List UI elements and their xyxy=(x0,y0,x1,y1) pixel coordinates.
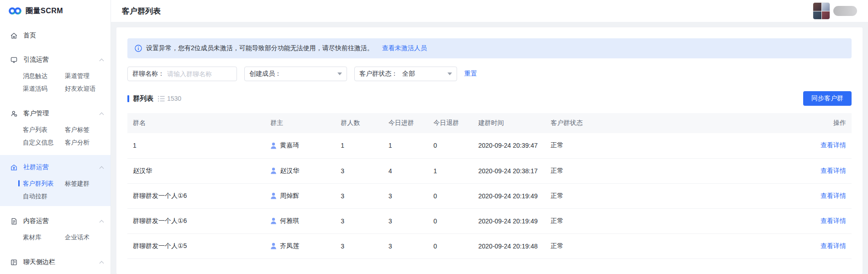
sidebar-item-group-list[interactable]: 客户群列表 xyxy=(23,180,65,188)
group-table: 群名 群主 群人数 今日进群 今日退群 建群时间 客户群状态 操作 1 xyxy=(127,113,852,259)
sidebar-item-material-library[interactable]: 素材库 xyxy=(23,233,65,242)
chevron-up-icon xyxy=(100,58,104,63)
list-title: 群列表 xyxy=(133,94,153,103)
cell-group-name: 群聊群发一个人①6 xyxy=(127,208,265,233)
cell-left-today: 1 xyxy=(428,158,473,183)
table-row: 群聊群发一个人①5 齐凤莲 3 3 0 2020-09-24 20: xyxy=(127,233,852,258)
sidebar-item-channel-manage[interactable]: 渠道管理 xyxy=(65,72,107,80)
user-avatar[interactable] xyxy=(813,3,830,19)
cell-group-name: 群聊群发一个人①6 xyxy=(127,183,265,208)
sidebar-item-company-scripts[interactable]: 企业话术 xyxy=(65,233,107,242)
cell-left-today: 0 xyxy=(428,233,473,258)
top-bar: 客户群列表 xyxy=(111,0,868,22)
cell-joined-today: 3 xyxy=(383,233,428,258)
section-title: 社群运营 xyxy=(23,163,49,171)
cell-group-name: 赵汉华 xyxy=(127,158,265,183)
sidebar-item-customer-analysis[interactable]: 客户分析 xyxy=(65,139,107,147)
creator-select[interactable]: 创建成员： xyxy=(244,67,347,81)
view-detail-link[interactable]: 查看详情 xyxy=(821,217,846,224)
view-detail-link[interactable]: 查看详情 xyxy=(821,242,846,249)
sidebar-item-home[interactable]: 首页 xyxy=(0,26,110,45)
app-name: 圈量SCRM xyxy=(26,6,63,16)
sidebar-item-friend-welcome[interactable]: 好友欢迎语 xyxy=(65,85,107,93)
table-body: 1 黄嘉琦 1 1 0 2020-09-24 20:39:47 xyxy=(127,133,852,258)
monitor-icon xyxy=(10,56,18,64)
sidebar-item-auto-group[interactable]: 自动拉群 xyxy=(23,192,65,201)
cell-status: 正常 xyxy=(545,233,808,258)
page-title: 客户群列表 xyxy=(122,6,161,16)
cell-status: 正常 xyxy=(545,158,808,183)
cell-left-today: 0 xyxy=(428,133,473,158)
cell-joined-today: 1 xyxy=(383,133,428,158)
cell-status: 正常 xyxy=(545,183,808,208)
chevron-up-icon xyxy=(100,220,104,224)
cell-owner: 周焯辉 xyxy=(265,183,335,208)
owner-person-icon xyxy=(270,243,277,249)
group-name-label: 群聊名称： xyxy=(132,70,164,78)
cell-group-name: 1 xyxy=(127,133,265,158)
cell-members: 3 xyxy=(335,233,383,258)
sidebar-section-community-header[interactable]: 社群运营 xyxy=(0,160,110,175)
chevron-down-icon xyxy=(447,72,452,75)
community-home-icon xyxy=(10,164,18,171)
col-group-name: 群名 xyxy=(127,113,265,133)
cell-members: 1 xyxy=(335,133,383,158)
cell-owner: 黄嘉琦 xyxy=(265,133,335,158)
sidebar-section-content-header[interactable]: 内容运营 xyxy=(0,213,110,229)
col-members: 群人数 xyxy=(335,113,383,133)
cell-created: 2020-09-24 20:19:49 xyxy=(473,183,545,208)
section-title: 客户管理 xyxy=(23,109,49,118)
sidebar-section-customer: 客户管理 客户列表 客户标签 自定义信息 客户分析 xyxy=(0,101,110,152)
sidebar-item-channel-qrcode[interactable]: 渠道活码 xyxy=(23,85,65,93)
sidebar-item-message-reach[interactable]: 消息触达 xyxy=(23,72,65,80)
sidebar-item-custom-info[interactable]: 自定义信息 xyxy=(23,139,65,147)
list-header: 群列表 1530 同步客户群 xyxy=(127,91,852,106)
cell-created: 2020-09-24 20:19:49 xyxy=(473,208,545,233)
list-count-icon xyxy=(158,96,165,102)
group-status-select[interactable]: 客户群状态： 全部 xyxy=(354,67,457,81)
group-status-label: 客户群状态： xyxy=(359,70,398,78)
view-inactive-members-link[interactable]: 查看未激活人员 xyxy=(382,44,427,52)
col-joined-today: 今日进群 xyxy=(383,113,428,133)
section-accent-bar xyxy=(127,95,129,102)
document-icon xyxy=(10,217,18,225)
sidebar-section-customer-header[interactable]: 客户管理 xyxy=(0,106,110,121)
chevron-up-icon xyxy=(100,112,104,117)
user-icon xyxy=(10,110,18,118)
sync-groups-button[interactable]: 同步客户群 xyxy=(803,91,852,106)
col-created: 建群时间 xyxy=(473,113,545,133)
cell-joined-today: 3 xyxy=(383,208,428,233)
cell-members: 3 xyxy=(335,183,383,208)
cell-created: 2020-09-24 20:38:17 xyxy=(473,158,545,183)
view-detail-link[interactable]: 查看详情 xyxy=(821,141,846,149)
table-row: 群聊群发一个人①6 周焯辉 3 3 0 2020-09-24 20: xyxy=(127,183,852,208)
main-content: 设置异常，您有2位成员未激活，可能导致部分功能无法使用，请尽快前往激活。 查看未… xyxy=(111,22,868,274)
group-name-filter[interactable]: 群聊名称： xyxy=(127,67,237,81)
cell-left-today: 0 xyxy=(428,208,473,233)
group-name-input[interactable] xyxy=(167,70,226,78)
owner-person-icon xyxy=(270,142,277,149)
sidebar-section-chat-sidebar-header[interactable]: 聊天侧边栏 xyxy=(0,254,110,270)
cell-group-name: 群聊群发一个人①5 xyxy=(127,233,265,258)
chevron-down-icon xyxy=(337,72,342,75)
sidebar-item-customer-tags[interactable]: 客户标签 xyxy=(65,126,107,134)
sidebar-section-traffic-header[interactable]: 引流运营 xyxy=(0,52,110,67)
user-name-redacted xyxy=(833,6,857,16)
cell-joined-today: 3 xyxy=(383,183,428,208)
sidebar-section-traffic: 引流运营 消息触达 渠道管理 渠道活码 好友欢迎语 xyxy=(0,47,110,98)
reset-filters-link[interactable]: 重置 xyxy=(464,70,477,78)
cell-members: 3 xyxy=(335,158,383,183)
cell-status: 正常 xyxy=(545,133,808,158)
sidebar: 圈量SCRM 首页 引流运营 消息触达 渠道管理 渠道活码 好友欢迎语 xyxy=(0,0,111,274)
cell-owner: 何雅琪 xyxy=(265,208,335,233)
sidebar-item-customer-list[interactable]: 客户列表 xyxy=(23,126,65,134)
user-cluster[interactable] xyxy=(813,3,857,19)
chevron-up-icon xyxy=(100,261,104,265)
group-status-value: 全部 xyxy=(400,70,445,78)
sidebar-item-tag-group[interactable]: 标签建群 xyxy=(65,180,107,188)
view-detail-link[interactable]: 查看详情 xyxy=(821,192,846,199)
filter-bar: 群聊名称： 创建成员： 客户群状态： 全部 重置 xyxy=(127,67,852,81)
owner-person-icon xyxy=(270,217,277,224)
view-detail-link[interactable]: 查看详情 xyxy=(821,167,846,174)
owner-person-icon xyxy=(270,167,277,174)
